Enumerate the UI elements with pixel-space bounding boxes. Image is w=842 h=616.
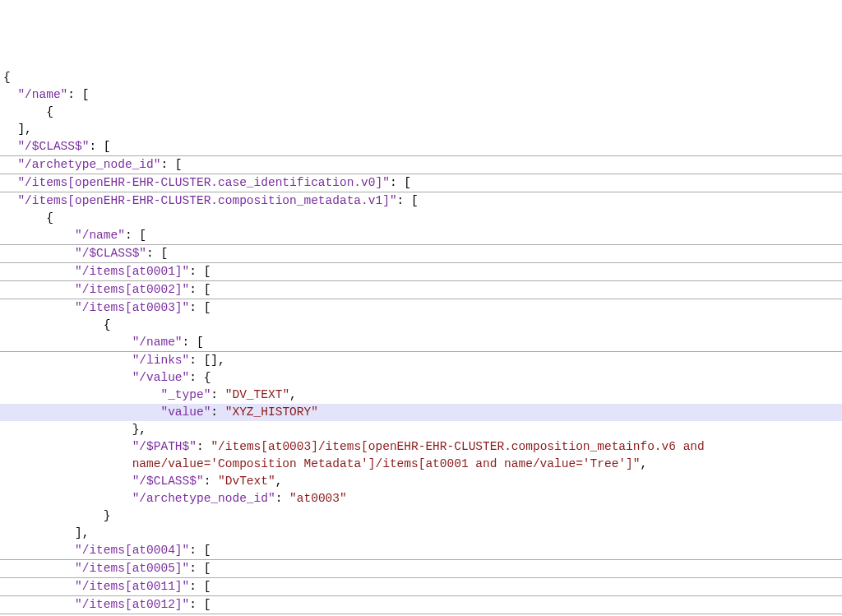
- json-key: "/$CLASS$": [17, 140, 89, 153]
- code-line: "/items[openEHR-EHR-CLUSTER.case_identif…: [0, 174, 842, 192]
- json-punct: : [: [189, 301, 210, 314]
- json-punct: ],: [17, 123, 31, 136]
- code-line: "/items[at0002]": [: [0, 281, 842, 299]
- json-string: "DV_TEXT": [225, 388, 289, 401]
- json-punct: ,: [289, 388, 297, 401]
- json-string: "DvText": [218, 475, 275, 488]
- json-punct: {: [3, 71, 11, 84]
- json-key: "value": [160, 405, 210, 419]
- json-key: "/items[at0002]": [75, 283, 189, 296]
- json-punct: {: [104, 318, 111, 331]
- code-line: "/items[at0003]": [: [0, 299, 842, 317]
- code-line: name/value='Composition Metadata']/items…: [0, 456, 842, 473]
- json-key: "_type": [160, 388, 210, 401]
- json-key: "/name": [75, 229, 125, 242]
- json-punct: : [: [89, 140, 110, 153]
- code-line: "/archetype_node_id": "at0003": [0, 490, 842, 507]
- json-key: "/$CLASS$": [132, 475, 204, 488]
- json-punct: : [: [67, 88, 89, 101]
- json-punct: ,: [640, 457, 647, 470]
- json-punct: :: [210, 405, 224, 419]
- json-key: "/$PATH$": [132, 440, 197, 453]
- json-key: "/items[at0004]": [75, 544, 189, 557]
- json-code-view: { "/name": [ { ], "/$CLASS$": [ "/archet…: [0, 69, 842, 616]
- json-key: "/items[at0005]": [75, 562, 189, 575]
- code-line: "/items[openEHR-EHR-CLUSTER.composition_…: [0, 192, 842, 210]
- json-string: name/value='Composition Metadata']/items…: [132, 457, 641, 470]
- json-punct: : [: [160, 158, 182, 171]
- json-punct: : [: [125, 229, 146, 242]
- json-punct: : [: [189, 580, 210, 593]
- code-line: },: [0, 421, 842, 438]
- json-punct: : [: [146, 247, 168, 260]
- code-line: {: [0, 69, 842, 86]
- json-key: "/items[at0003]": [75, 301, 189, 314]
- json-punct: },: [132, 423, 146, 436]
- code-line: {: [0, 317, 842, 334]
- code-line: "/name": [: [0, 86, 842, 104]
- json-key: "/archetype_node_id": [132, 492, 275, 505]
- json-string: "XYZ_HISTORY": [225, 405, 318, 419]
- json-punct: : [: [397, 194, 419, 207]
- code-line: "/value": {: [0, 369, 842, 387]
- json-key: "/value": [132, 371, 190, 384]
- json-punct: : [],: [189, 354, 225, 367]
- json-punct: ],: [75, 526, 89, 540]
- json-punct: : [: [189, 265, 210, 278]
- json-key: "/items[at0012]": [75, 598, 189, 611]
- json-punct: :: [210, 388, 224, 401]
- code-line: {: [0, 210, 842, 227]
- json-punct: }: [104, 509, 111, 522]
- json-punct: ,: [275, 475, 283, 488]
- code-line: "/items[at0011]": [: [0, 578, 842, 596]
- json-punct: : [: [390, 176, 411, 189]
- code-line: "/$PATH$": "/items[at0003]/items[openEHR…: [0, 438, 842, 456]
- json-punct: {: [46, 211, 53, 225]
- code-line: ],: [0, 525, 842, 542]
- json-key: "/$CLASS$": [75, 247, 146, 260]
- code-line: "/links": [],: [0, 352, 842, 369]
- json-punct: :: [275, 492, 289, 505]
- json-punct: :: [204, 475, 218, 488]
- code-line: "/name": [: [0, 227, 842, 245]
- json-punct: : [: [189, 562, 210, 575]
- code-line: "/$CLASS$": [: [0, 245, 842, 263]
- json-key: "/items[at0011]": [75, 580, 189, 593]
- json-punct: : {: [189, 371, 210, 384]
- code-line: {: [0, 104, 842, 121]
- code-line: "_type": "DV_TEXT",: [0, 387, 842, 404]
- code-line: }: [0, 507, 842, 525]
- code-line: ],: [0, 121, 842, 138]
- json-key: "/links": [132, 354, 190, 367]
- code-line: "/items[at0012]": [: [0, 596, 842, 614]
- code-line: "/name": [: [0, 334, 842, 352]
- json-string: "/items[at0003]/items[openEHR-EHR-CLUSTE…: [210, 440, 704, 453]
- json-punct: : [: [189, 283, 210, 296]
- json-punct: : [: [189, 544, 210, 557]
- json-punct: :: [197, 440, 210, 453]
- json-key: "/items[at0001]": [75, 265, 189, 278]
- json-punct: : [: [183, 336, 204, 349]
- json-punct: {: [46, 105, 53, 118]
- code-line: "/items[at0001]": [: [0, 263, 842, 281]
- code-line: "value": "XYZ_HISTORY": [0, 404, 842, 421]
- json-punct: : [: [189, 598, 210, 611]
- json-string: "at0003": [289, 492, 347, 505]
- json-key: "/name": [17, 88, 67, 101]
- code-line: "/items[at0004]": [: [0, 542, 842, 560]
- code-line: "/archetype_node_id": [: [0, 156, 842, 174]
- code-line: "/$CLASS$": [: [0, 138, 842, 156]
- json-key: "/name": [132, 336, 183, 349]
- json-key: "/archetype_node_id": [17, 158, 160, 171]
- code-line: "/$CLASS$": "DvText",: [0, 473, 842, 490]
- json-key: "/items[openEHR-EHR-CLUSTER.composition_…: [17, 194, 396, 207]
- code-line: "/items[at0005]": [: [0, 560, 842, 578]
- json-key: "/items[openEHR-EHR-CLUSTER.case_identif…: [17, 176, 389, 189]
